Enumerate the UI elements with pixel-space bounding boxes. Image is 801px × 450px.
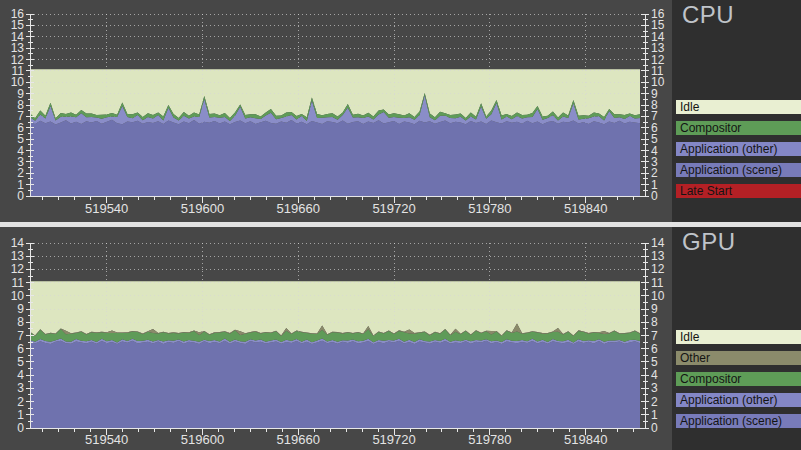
legend-item-application-other: Application (other) bbox=[676, 393, 801, 407]
area-idle bbox=[30, 281, 640, 335]
axis-tick-label: 11 bbox=[651, 276, 664, 290]
axis-tick-label: 13 bbox=[11, 249, 25, 263]
axis-tick-label: 10 bbox=[651, 289, 665, 303]
legend-item-idle: Idle bbox=[676, 100, 801, 114]
axis-tick-label: 1 bbox=[651, 408, 658, 422]
axis-tick-label: 519600 bbox=[181, 432, 224, 447]
axis-tick-label: 5 bbox=[17, 355, 24, 369]
legend-item-application-scene: Application (scene) bbox=[676, 414, 801, 428]
gpu-chart: 0011223344556677889910101111121213131414… bbox=[0, 227, 672, 450]
gpu-title: GPU bbox=[682, 228, 736, 256]
axis-tick-label: 4 bbox=[651, 368, 658, 382]
axis-tick-label: 519600 bbox=[181, 201, 224, 216]
cpu-chart-svg: 0011223344556677889910101111121213131414… bbox=[0, 0, 672, 222]
legend-item-application-scene: Application (scene) bbox=[676, 163, 801, 177]
axis-tick-label: 6 bbox=[17, 342, 24, 356]
gpu-legend: IdleOtherCompositorApplication (other)Ap… bbox=[676, 323, 801, 428]
axis-tick-label: 9 bbox=[651, 302, 658, 316]
gpu-section: 0011223344556677889910101111121213131414… bbox=[0, 227, 801, 450]
axis-tick-label: 8 bbox=[651, 315, 658, 329]
gpu-sidebar: GPU IdleOtherCompositorApplication (othe… bbox=[672, 227, 801, 450]
axis-tick-label: 1 bbox=[17, 408, 24, 422]
axis-tick-label: 519780 bbox=[468, 432, 511, 447]
axis-tick-label: 6 bbox=[651, 342, 658, 356]
axis-tick-label: 3 bbox=[651, 381, 658, 395]
axis-tick-label: 11 bbox=[12, 276, 25, 290]
axis-tick-label: 12 bbox=[11, 262, 25, 276]
legend-item-late-start: Late Start bbox=[676, 184, 801, 198]
axis-tick-label: 2 bbox=[651, 395, 658, 409]
axis-tick-label: 12 bbox=[651, 262, 665, 276]
axis-tick-label: 4 bbox=[17, 368, 24, 382]
axis-tick-label: 8 bbox=[17, 315, 24, 329]
legend-item-idle: Idle bbox=[676, 330, 801, 344]
axis-tick-label: 519840 bbox=[564, 432, 607, 447]
axis-tick-label: 0 bbox=[651, 421, 658, 435]
cpu-legend: IdleCompositorApplication (other)Applica… bbox=[676, 93, 801, 198]
axis-tick-label: 0 bbox=[17, 421, 24, 435]
axis-tick-label: 519660 bbox=[277, 201, 320, 216]
legend-item-application-other: Application (other) bbox=[676, 142, 801, 156]
axis-tick-label: 519720 bbox=[372, 201, 415, 216]
legend-item-other: Other bbox=[676, 351, 801, 365]
legend-item-compositor: Compositor bbox=[676, 121, 801, 135]
axis-tick-label: 14 bbox=[651, 236, 665, 250]
axis-tick-label: 519780 bbox=[468, 201, 511, 216]
axis-tick-label: 13 bbox=[651, 249, 665, 263]
axis-tick-label: 10 bbox=[11, 289, 25, 303]
axis-tick-label: 519660 bbox=[277, 432, 320, 447]
axis-tick-label: 16 bbox=[651, 7, 665, 21]
axis-tick-label: 7 bbox=[651, 329, 658, 343]
axis-tick-label: 519540 bbox=[85, 201, 128, 216]
axis-tick-label: 519840 bbox=[564, 201, 607, 216]
axis-tick-label: 14 bbox=[11, 236, 25, 250]
area-application-scene bbox=[30, 341, 640, 428]
axis-tick-label: 16 bbox=[11, 7, 25, 21]
axis-tick-label: 519720 bbox=[372, 432, 415, 447]
cpu-chart: 0011223344556677889910101111121213131414… bbox=[0, 0, 672, 222]
legend-item-compositor: Compositor bbox=[676, 372, 801, 386]
area-application-scene bbox=[30, 120, 640, 196]
gpu-chart-svg: 0011223344556677889910101111121213131414… bbox=[0, 227, 672, 450]
cpu-section: 0011223344556677889910101111121213131414… bbox=[0, 0, 801, 222]
axis-tick-label: 7 bbox=[17, 329, 24, 343]
axis-tick-label: 3 bbox=[17, 381, 24, 395]
cpu-title: CPU bbox=[682, 1, 734, 29]
frame-timing-monitor: 0011223344556677889910101111121213131414… bbox=[0, 0, 801, 450]
cpu-sidebar: CPU IdleCompositorApplication (other)App… bbox=[672, 0, 801, 222]
axis-tick-label: 519540 bbox=[85, 432, 128, 447]
axis-tick-label: 5 bbox=[651, 355, 658, 369]
axis-tick-label: 9 bbox=[17, 302, 24, 316]
axis-tick-label: 2 bbox=[17, 395, 24, 409]
